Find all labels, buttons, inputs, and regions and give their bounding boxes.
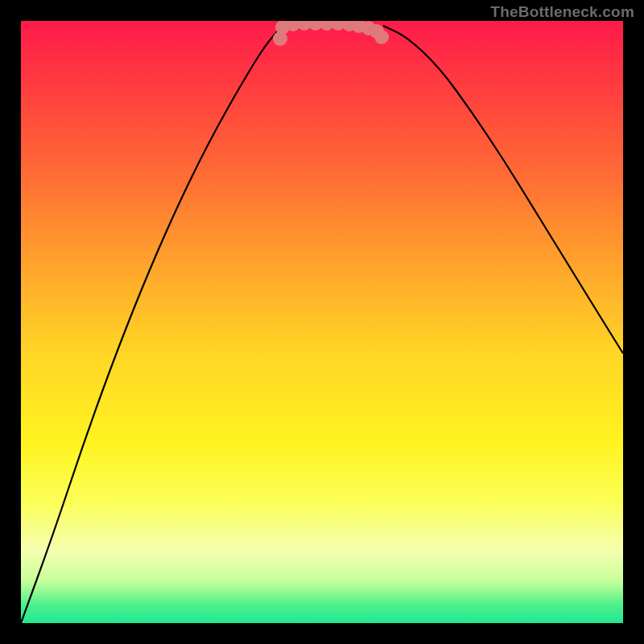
chart-plot-area [21, 21, 623, 623]
marker-dot [374, 30, 389, 44]
bottom-markers [273, 21, 389, 46]
chart-svg [21, 21, 623, 623]
left-curve-line [21, 26, 283, 623]
watermark-text: TheBottleneck.com [490, 3, 634, 21]
right-curve-line [383, 26, 623, 353]
